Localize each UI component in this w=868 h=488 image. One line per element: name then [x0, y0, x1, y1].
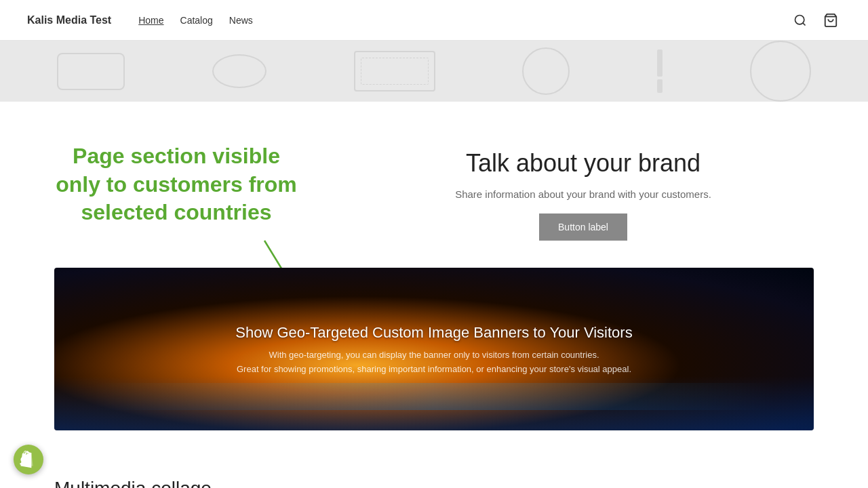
brand-desc: Share information about your brand with …: [455, 188, 711, 200]
nav-news[interactable]: News: [229, 15, 253, 26]
geo-banner: Show Geo-Targeted Custom Image Banners t…: [54, 268, 814, 430]
strip-decoration-3: [354, 51, 435, 92]
svg-line-1: [803, 22, 806, 25]
geo-banner-sub2: Great for showing promotions, sharing im…: [237, 364, 631, 374]
strip-decoration-4: [522, 47, 570, 95]
main-content: Page section visible only to customers f…: [0, 102, 868, 488]
hero-strip: [0, 41, 868, 102]
header-left: Kalis Media Test Home Catalog News: [27, 14, 253, 26]
geo-banner-title: Show Geo-Targeted Custom Image Banners t…: [235, 324, 632, 342]
brand-name: Kalis Media Test: [27, 14, 111, 26]
hero-strip-inner: [0, 41, 868, 102]
brand-info: Talk about your brand Share information …: [353, 142, 814, 241]
strip-decoration-6: [750, 41, 811, 102]
strip-decoration-1: [57, 53, 125, 90]
strip-decoration-2: [212, 54, 267, 88]
brand-section: Page section visible only to customers f…: [0, 102, 868, 268]
shopify-badge[interactable]: [14, 445, 43, 474]
multimedia-section: Multimedia collage: [0, 458, 868, 488]
shopify-icon: [20, 451, 37, 468]
cart-icon: [823, 13, 838, 28]
header-actions: [791, 10, 841, 30]
brand-title: Talk about your brand: [466, 149, 701, 178]
geo-banner-sub1: With geo-targeting, you can display the …: [269, 350, 599, 360]
nav-catalog[interactable]: Catalog: [180, 15, 213, 26]
nav-home[interactable]: Home: [138, 15, 163, 26]
cart-button[interactable]: [821, 10, 841, 30]
geo-banner-glow: [54, 383, 814, 410]
search-icon: [793, 14, 807, 27]
multimedia-title: Multimedia collage: [54, 478, 814, 488]
search-button[interactable]: [791, 11, 810, 30]
site-header: Kalis Media Test Home Catalog News: [0, 0, 868, 41]
strip-decoration-5: [657, 49, 663, 93]
svg-point-0: [795, 15, 804, 24]
brand-button[interactable]: Button label: [539, 214, 627, 241]
geo-visibility-text: Page section visible only to customers f…: [54, 142, 298, 227]
main-nav: Home Catalog News: [138, 15, 253, 26]
